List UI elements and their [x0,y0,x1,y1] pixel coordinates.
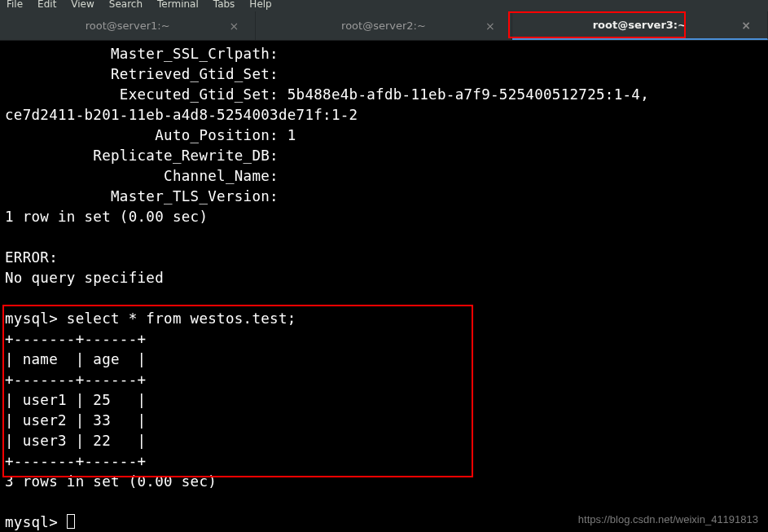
tab-server3[interactable]: root@server3:~ × [512,11,768,40]
tab-server1[interactable]: root@server1:~ × [0,11,256,40]
tab-label: root@server2:~ [341,20,426,32]
close-icon[interactable]: × [485,20,495,33]
menu-help[interactable]: Help [249,0,271,8]
table-border: +-------+------+ [5,372,146,388]
menu-file[interactable]: File [7,0,23,8]
tabbar: root@server1:~ × root@server2:~ × root@s… [0,11,768,41]
output-line: Auto_Position: 1 [5,127,296,143]
tab-server2[interactable]: root@server2:~ × [256,11,511,40]
output-line: Executed_Gtid_Set: 5b488e4b-afdb-11eb-a7… [5,86,649,103]
menu-tabs[interactable]: Tabs [213,0,235,8]
table-border: +-------+------+ [5,331,146,347]
output-line: Channel_Name: [5,168,279,184]
table-header: | name | age | [5,351,146,367]
table-border: +-------+------+ [5,453,146,469]
watermark: https://blog.csdn.net/weixin_41191813 [578,513,758,525]
table-row: | user1 | 25 | [5,392,146,408]
tab-label: root@server3:~ [593,19,687,31]
cursor [67,514,75,529]
close-icon[interactable]: × [741,19,751,32]
output-line: Replicate_Rewrite_DB: [5,147,279,164]
output-line: No query specified [5,270,164,286]
output-line: Master_TLS_Version: [5,188,279,204]
output-line: 1 row in set (0.00 sec) [5,209,208,225]
terminal-output[interactable]: Master_SSL_Crlpath: Retrieved_Gtid_Set: … [0,41,768,532]
result-summary: 3 rows in set (0.00 sec) [5,473,217,490]
output-line: Master_SSL_Crlpath: [5,46,279,62]
menu-terminal[interactable]: Terminal [157,0,199,8]
table-row: | user2 | 33 | [5,412,146,429]
mysql-prompt: mysql> [5,514,67,530]
mysql-prompt-query: mysql> select * from westos.test; [5,310,296,327]
menu-search[interactable]: Search [109,0,143,8]
output-line: Retrieved_Gtid_Set: [5,66,279,82]
menubar: File Edit View Search Terminal Tabs Help [0,0,768,11]
menu-view[interactable]: View [71,0,94,8]
table-row: | user3 | 22 | [5,433,146,449]
tab-label: root@server1:~ [86,20,170,32]
output-line: ERROR: [5,249,58,266]
close-icon[interactable]: × [230,20,239,33]
menu-edit[interactable]: Edit [37,0,56,8]
output-line: ce7d2411-b201-11eb-a4d8-5254003de71f:1-2 [5,107,358,123]
